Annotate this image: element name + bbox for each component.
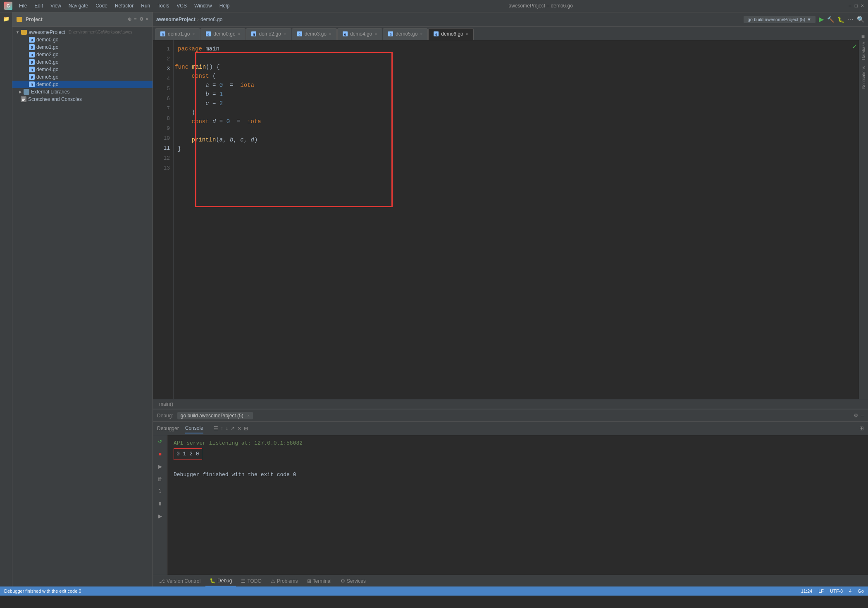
- go-icon-demo4: g: [29, 67, 35, 72]
- close-button[interactable]: ×: [861, 3, 864, 9]
- tree-demo0[interactable]: g demo0.go: [12, 36, 153, 43]
- line-num-3: 3: [153, 64, 173, 74]
- restart-debug-btn[interactable]: ↺: [155, 437, 165, 446]
- tab-demo6[interactable]: g demo6.go ×: [428, 28, 473, 40]
- go-icon-demo5: g: [29, 74, 35, 80]
- step-over-btn[interactable]: ▶: [155, 462, 165, 471]
- debug-settings-icon[interactable]: ⚙: [854, 412, 858, 419]
- menu-tools[interactable]: Tools: [154, 2, 172, 10]
- console-clear-icon[interactable]: ✕: [237, 426, 241, 431]
- tree-demo1[interactable]: g demo1.go: [12, 43, 153, 51]
- tab-close-demo1[interactable]: ×: [192, 32, 195, 36]
- run-button[interactable]: ▶: [819, 15, 824, 23]
- collapse-icon[interactable]: ≡: [134, 17, 136, 22]
- console-list-icon[interactable]: ☰: [214, 426, 218, 431]
- console-next-icon[interactable]: ↗: [231, 426, 235, 431]
- code-content[interactable]: package main ▶ func main () {: [174, 40, 859, 399]
- maximize-button[interactable]: □: [855, 3, 858, 9]
- breadcrumb-file[interactable]: demo6.go: [200, 17, 222, 22]
- sidebar-notifications-label[interactable]: Notifications: [861, 66, 866, 89]
- breadcrumb-project[interactable]: awesomeProject: [156, 17, 196, 22]
- bottom-tab-todo[interactable]: ☰ TODO: [237, 575, 265, 586]
- scratch-icon: [21, 96, 26, 102]
- delete-btn[interactable]: 🗑: [155, 474, 165, 484]
- tabs-menu-icon[interactable]: ≡: [861, 33, 865, 40]
- pause-btn[interactable]: ⏸: [155, 499, 165, 508]
- debug-button[interactable]: 🐛: [837, 16, 844, 23]
- console-up-icon[interactable]: ↑: [221, 426, 223, 431]
- tab-demo3[interactable]: g demo3.go ×: [292, 28, 337, 40]
- stop-debug-btn[interactable]: ■: [155, 450, 165, 459]
- todo-icon: ☰: [241, 578, 246, 584]
- menu-edit[interactable]: Edit: [31, 2, 46, 10]
- tab-close-demo3[interactable]: ×: [329, 32, 331, 36]
- tab-demo1[interactable]: g demo1.go ×: [155, 28, 200, 40]
- menu-view[interactable]: View: [47, 2, 64, 10]
- run-config-selector[interactable]: go build awesomeProject (5) ▼: [744, 16, 816, 23]
- coverage-button[interactable]: ⋯: [848, 16, 854, 23]
- menu-code[interactable]: Code: [92, 2, 111, 10]
- tree-external-libs[interactable]: ▶ External Libraries: [12, 88, 153, 96]
- console-down-icon[interactable]: ↓: [226, 426, 228, 431]
- bottom-tab-version-control[interactable]: ⎇ Version Control: [155, 575, 205, 586]
- code-line-7: c = 2: [178, 99, 855, 108]
- bottom-tab-terminal[interactable]: ⊞ Terminal: [303, 575, 336, 586]
- tree-demo3[interactable]: g demo3.go: [12, 58, 153, 66]
- project-panel: Project ⊕ ≡ ⚙ × ▼ awesomeProject D:\envi…: [12, 12, 153, 586]
- console-tree-icon[interactable]: ⊞: [244, 426, 248, 431]
- search-button[interactable]: 🔍: [857, 16, 865, 23]
- left-gutter: 📁: [0, 12, 12, 586]
- bottom-tabs-bar: ⎇ Version Control 🐛 Debug ☰ TODO ⚠ Probl…: [153, 575, 868, 586]
- tab-close-demo4[interactable]: ×: [374, 32, 377, 36]
- sidebar-database-label[interactable]: Database: [861, 42, 866, 60]
- tree-demo5[interactable]: g demo5.go: [12, 73, 153, 81]
- minimize-button[interactable]: –: [849, 3, 851, 9]
- tree-demo2[interactable]: g demo2.go: [12, 51, 153, 58]
- debug-tab-debugger[interactable]: Debugger: [157, 424, 179, 433]
- file-demo3: demo3.go: [36, 59, 58, 65]
- project-tool-btn[interactable]: 📁: [2, 14, 11, 24]
- breadcrumb-sep: ›: [197, 16, 199, 22]
- var-b: b: [205, 90, 209, 99]
- bottom-tab-problems[interactable]: ⚠ Problems: [267, 575, 302, 586]
- main-container: 📁 Project ⊕ ≡ ⚙ × ▼ awesomeProject: [0, 12, 868, 586]
- tab-demo5[interactable]: g demo5.go ×: [383, 28, 428, 40]
- close-panel-icon[interactable]: ×: [146, 17, 148, 22]
- tab-close-demo6[interactable]: ×: [466, 32, 468, 36]
- menu-vcs[interactable]: VCS: [173, 2, 190, 10]
- debug-tab-debugger-label: Debugger: [157, 426, 179, 431]
- app-root: G File Edit View Navigate Code Refactor …: [0, 0, 868, 596]
- arg-c: c: [240, 135, 243, 144]
- tab-demo2[interactable]: g demo2.go ×: [246, 28, 291, 40]
- build-button[interactable]: 🔨: [827, 16, 834, 23]
- locate-icon[interactable]: ⊕: [128, 17, 131, 22]
- debug-tab-console[interactable]: Console: [185, 424, 203, 433]
- step-btn[interactable]: ⤵: [155, 487, 165, 496]
- debug-session-tab[interactable]: go build awesomeProject (5) ×: [177, 412, 253, 419]
- settings-icon[interactable]: ⚙: [139, 17, 143, 22]
- bottom-tab-services[interactable]: ⚙ Services: [336, 575, 370, 586]
- status-tab-size: 4: [849, 589, 851, 594]
- menu-refactor[interactable]: Refactor: [112, 2, 137, 10]
- play-btn[interactable]: ▶: [155, 512, 165, 521]
- layout-icon[interactable]: ⊞: [859, 425, 864, 431]
- menu-file[interactable]: File: [16, 2, 30, 10]
- project-folder-icon: [17, 17, 22, 22]
- menu-window[interactable]: Window: [191, 2, 215, 10]
- debug-minimize-icon[interactable]: –: [861, 412, 864, 419]
- line-num-1: 1: [153, 44, 173, 54]
- tab-close-demo5[interactable]: ×: [420, 32, 422, 36]
- menu-help[interactable]: Help: [216, 2, 233, 10]
- menu-navigate[interactable]: Navigate: [65, 2, 91, 10]
- tree-root[interactable]: ▼ awesomeProject D:\environment\GoWorks\…: [12, 29, 153, 36]
- bottom-tab-debug[interactable]: 🐛 Debug: [205, 575, 236, 586]
- tab-close-demo2[interactable]: ×: [284, 32, 286, 36]
- tab-demo4[interactable]: g demo4.go ×: [337, 28, 382, 40]
- tab-close-demo0[interactable]: ×: [238, 32, 241, 36]
- tree-demo6[interactable]: g demo6.go: [12, 81, 153, 88]
- tree-demo4[interactable]: g demo4.go: [12, 66, 153, 73]
- tree-scratches[interactable]: Scratches and Consoles: [12, 96, 153, 103]
- tab-demo0[interactable]: g demo0.go ×: [200, 28, 246, 40]
- debug-session-close[interactable]: ×: [247, 414, 250, 418]
- menu-run[interactable]: Run: [138, 2, 153, 10]
